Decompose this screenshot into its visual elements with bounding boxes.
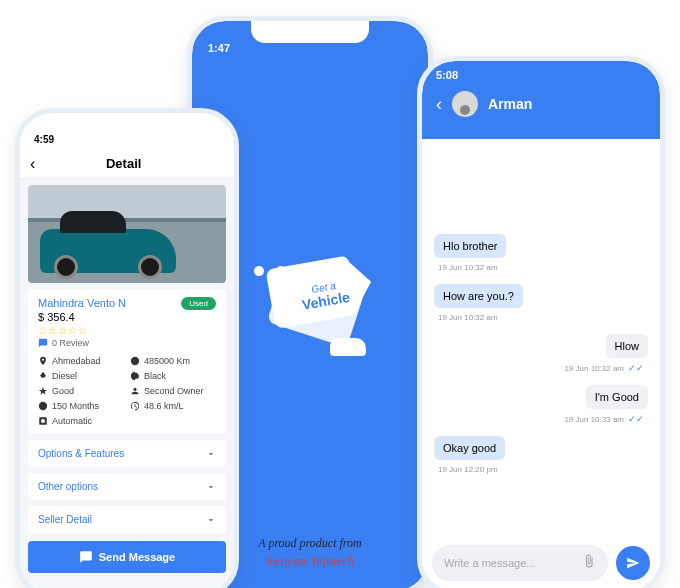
vehicle-card: Used Mahindra Vento N $ 356.4 ☆☆☆☆☆ 0 Re… (28, 289, 226, 434)
review-link[interactable]: 0 Review (38, 338, 89, 348)
msg-incoming: How are you.? (434, 284, 523, 308)
msg-timestamp: 19 Jun 10:32 am (434, 313, 498, 322)
spec-condition: Good (38, 386, 124, 396)
spec-transmission: Automatic (38, 416, 124, 426)
chat-icon (79, 550, 93, 564)
spec-months: 150 Months (38, 401, 124, 411)
msg-outgoing: Hlow (606, 334, 648, 358)
vehicle-image[interactable] (28, 185, 226, 283)
spec-fuel: Diesel (38, 371, 124, 381)
send-icon (626, 556, 640, 570)
spec-km: 485000 Km (130, 356, 216, 366)
msg-timestamp: 19 Jun 10:32 am✓✓ (564, 363, 648, 373)
back-icon[interactable]: ‹ (436, 94, 442, 115)
spec-color: Black (130, 371, 216, 381)
msg-incoming: Hlo brother (434, 234, 506, 258)
read-check-icon: ✓✓ (628, 363, 644, 373)
car-icon (330, 338, 366, 356)
message-placeholder: Write a message... (444, 557, 582, 569)
message-input[interactable]: Write a message... (432, 545, 608, 581)
status-time: 1:47 (208, 42, 412, 54)
status-time: 4:59 (34, 134, 220, 145)
chevron-down-icon (206, 449, 216, 459)
send-message-button[interactable]: Send Message (28, 541, 226, 573)
msg-timestamp: 19 Jun 10:32 am (434, 263, 498, 272)
vehicle-price: $ 356.4 (38, 311, 216, 323)
motorcycle-icon (254, 256, 286, 276)
accordion-seller-detail[interactable]: Seller Detail (28, 506, 226, 533)
send-button[interactable] (616, 546, 650, 580)
chevron-down-icon (206, 515, 216, 525)
chat-thread[interactable]: Hlo brother 19 Jun 10:32 am How are you.… (422, 139, 660, 492)
msg-outgoing: I'm Good (586, 385, 648, 409)
chevron-down-icon (206, 482, 216, 492)
read-check-icon: ✓✓ (628, 414, 644, 424)
spec-location: Ahmedabad (38, 356, 124, 366)
msg-timestamp: 19 Jun 12:20 pm (434, 465, 498, 474)
splash-logo: Get a Vehicle (256, 252, 364, 350)
used-badge: Used (181, 297, 216, 310)
msg-incoming: Okay good (434, 436, 505, 460)
attach-icon[interactable] (582, 554, 596, 572)
msg-timestamp: 19 Jun 10:33 am✓✓ (564, 414, 648, 424)
page-title: Detail (35, 156, 212, 171)
chat-contact-name: Arman (488, 96, 532, 112)
avatar[interactable] (452, 91, 478, 117)
spec-mileage: 48.6 km/L (130, 401, 216, 411)
accordion-other-options[interactable]: Other options (28, 473, 226, 500)
rating-stars[interactable]: ☆☆☆☆☆ (38, 325, 216, 336)
phone-chat: 5:08 ‹ Arman Hlo brother 19 Jun 10:32 am… (417, 56, 665, 588)
spec-owner: Second Owner (130, 386, 216, 396)
phone-detail: 4:59 ‹ Detail Used Mahindra Vento N $ 35… (15, 108, 239, 588)
accordion-options-features[interactable]: Options & Features (28, 440, 226, 467)
